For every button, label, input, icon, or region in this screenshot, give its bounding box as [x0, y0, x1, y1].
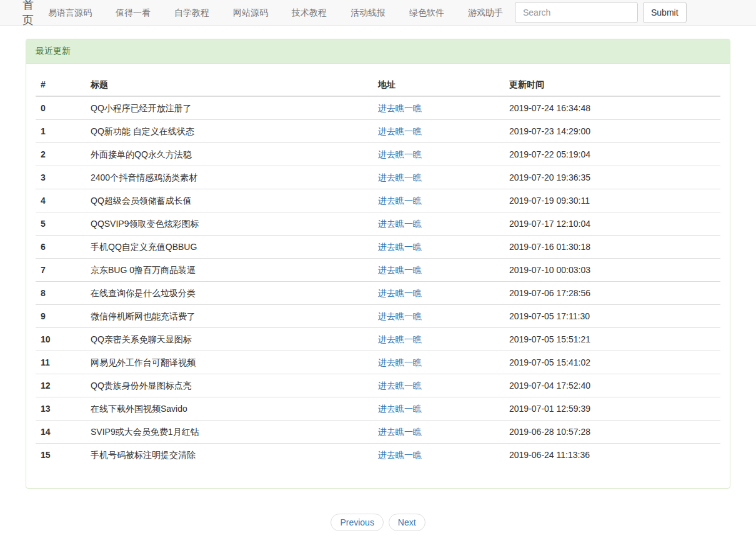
col-header-title: 标题	[86, 73, 373, 96]
row-visit-link[interactable]: 进去瞧一瞧	[378, 172, 422, 182]
row-title: SVIP9或大会员免费1月红钻	[86, 421, 373, 444]
row-index: 12	[36, 374, 86, 397]
row-visit-link[interactable]: 进去瞧一瞧	[378, 288, 422, 298]
row-index: 1	[36, 120, 86, 143]
row-index: 3	[36, 166, 86, 189]
nav-item[interactable]: 值得一看	[104, 0, 162, 26]
row-title: 京东BUG 0撸百万商品装逼	[86, 259, 373, 282]
row-visit-link[interactable]: 进去瞧一瞧	[378, 334, 422, 344]
row-visit-link[interactable]: 进去瞧一瞧	[378, 265, 422, 275]
table-row: 11 网易见外工作台可翻译视频 进去瞧一瞧 2019-07-05 15:41:0…	[36, 351, 720, 374]
main-content: 最近更新 # 标题 地址 更新时间 0 QQ小程序已经开放注	[26, 39, 730, 531]
row-title: 手机号码被标注明提交清除	[86, 444, 373, 467]
row-updated-time: 2019-07-05 15:51:21	[504, 328, 720, 351]
table-row: 6 手机QQ自定义充值QBBUG 进去瞧一瞧 2019-07-16 01:30:…	[36, 236, 720, 259]
row-visit-link[interactable]: 进去瞧一瞧	[378, 404, 422, 414]
row-index: 9	[36, 305, 86, 328]
row-updated-time: 2019-07-24 16:34:48	[504, 96, 720, 120]
next-button[interactable]: Next	[389, 514, 425, 531]
row-updated-time: 2019-07-19 09:30:11	[504, 189, 720, 212]
col-header-index: #	[36, 73, 86, 96]
row-updated-time: 2019-07-17 12:10:04	[504, 212, 720, 236]
previous-button[interactable]: Previous	[331, 514, 383, 531]
row-title: QQ亲密关系免聊天显图标	[86, 328, 373, 351]
nav-item[interactable]: 技术教程	[280, 0, 339, 26]
row-index: 14	[36, 421, 86, 444]
pager: Previous Next	[26, 514, 730, 531]
table-row: 7 京东BUG 0撸百万商品装逼 进去瞧一瞧 2019-07-10 00:03:…	[36, 259, 720, 282]
row-visit-link[interactable]: 进去瞧一瞧	[378, 149, 422, 159]
table-row: 2 外面接单的QQ永久方法稳 进去瞧一瞧 2019-07-22 05:19:04	[36, 143, 720, 166]
table-row: 1 QQ新功能 自定义在线状态 进去瞧一瞧 2019-07-23 14:29:0…	[36, 120, 720, 143]
table-row: 10 QQ亲密关系免聊天显图标 进去瞧一瞧 2019-07-05 15:51:2…	[36, 328, 720, 351]
row-index: 8	[36, 282, 86, 305]
row-title: QQ新功能 自定义在线状态	[86, 120, 373, 143]
nav-item[interactable]: 绿色软件	[397, 0, 456, 26]
table-row: 5 QQSVIP9领取变色炫彩图标 进去瞧一瞧 2019-07-17 12:10…	[36, 212, 720, 236]
panel-body: # 标题 地址 更新时间 0 QQ小程序已经开放注册了 进去瞧一瞧 2019-0…	[26, 64, 730, 488]
row-index: 11	[36, 351, 86, 374]
table-row: 0 QQ小程序已经开放注册了 进去瞧一瞧 2019-07-24 16:34:48	[36, 96, 720, 120]
row-title: QQSVIP9领取变色炫彩图标	[86, 212, 373, 236]
col-header-updated: 更新时间	[504, 73, 720, 96]
row-visit-link[interactable]: 进去瞧一瞧	[378, 196, 422, 206]
table-row: 12 QQ贵族身份外显图标点亮 进去瞧一瞧 2019-07-04 17:52:4…	[36, 374, 720, 397]
row-index: 7	[36, 259, 86, 282]
row-updated-time: 2019-07-05 17:11:30	[504, 305, 720, 328]
nav-item[interactable]: 易语言源码	[36, 0, 104, 26]
nav-item[interactable]: 游戏助手	[456, 0, 515, 26]
table-row: 14 SVIP9或大会员免费1月红钻 进去瞧一瞧 2019-06-28 10:5…	[36, 421, 720, 444]
row-updated-time: 2019-07-01 12:59:39	[504, 397, 720, 421]
row-updated-time: 2019-07-10 00:03:03	[504, 259, 720, 282]
row-visit-link[interactable]: 进去瞧一瞧	[378, 357, 422, 367]
row-visit-link[interactable]: 进去瞧一瞧	[378, 311, 422, 321]
nav-item[interactable]: 网站源码	[221, 0, 280, 26]
row-visit-link[interactable]: 进去瞧一瞧	[378, 450, 422, 460]
row-visit-link[interactable]: 进去瞧一瞧	[378, 427, 422, 437]
row-title: QQ超级会员领储蓄成长值	[86, 189, 373, 212]
row-index: 10	[36, 328, 86, 351]
row-visit-link[interactable]: 进去瞧一瞧	[378, 103, 422, 113]
row-title: 网易见外工作台可翻译视频	[86, 351, 373, 374]
row-title: 在线查询你是什么垃圾分类	[86, 282, 373, 305]
row-index: 4	[36, 189, 86, 212]
row-title: 手机QQ自定义充值QBBUG	[86, 236, 373, 259]
row-index: 5	[36, 212, 86, 236]
row-title: QQ贵族身份外显图标点亮	[86, 374, 373, 397]
search-form: Submit	[515, 2, 687, 23]
row-title: 外面接单的QQ永久方法稳	[86, 143, 373, 166]
row-index: 13	[36, 397, 86, 421]
row-visit-link[interactable]: 进去瞧一瞧	[378, 242, 422, 252]
row-updated-time: 2019-07-20 19:36:35	[504, 166, 720, 189]
row-title: 微信停机断网也能充话费了	[86, 305, 373, 328]
nav-item[interactable]: 活动线报	[339, 0, 397, 26]
row-updated-time: 2019-06-28 10:57:28	[504, 421, 720, 444]
row-updated-time: 2019-07-16 01:30:18	[504, 236, 720, 259]
row-updated-time: 2019-07-06 17:28:56	[504, 282, 720, 305]
recent-updates-panel: 最近更新 # 标题 地址 更新时间 0 QQ小程序已经开放注	[26, 39, 730, 489]
nav-menu: 易语言源码 值得一看 自学教程 网站源码 技术教程 活动线报 绿色软件 游戏助手	[36, 0, 515, 26]
home-brand-link[interactable]: 首页	[22, 0, 34, 27]
row-visit-link[interactable]: 进去瞧一瞧	[378, 126, 422, 136]
updates-table: # 标题 地址 更新时间 0 QQ小程序已经开放注册了 进去瞧一瞧 2019-0…	[36, 73, 720, 466]
row-updated-time: 2019-07-04 17:52:40	[504, 374, 720, 397]
table-row: 13 在线下载外国视频Savido 进去瞧一瞧 2019-07-01 12:59…	[36, 397, 720, 421]
submit-button[interactable]: Submit	[643, 2, 687, 23]
row-visit-link[interactable]: 进去瞧一瞧	[378, 381, 422, 391]
table-row: 4 QQ超级会员领储蓄成长值 进去瞧一瞧 2019-07-19 09:30:11	[36, 189, 720, 212]
row-index: 15	[36, 444, 86, 467]
table-body: 0 QQ小程序已经开放注册了 进去瞧一瞧 2019-07-24 16:34:48…	[36, 96, 720, 466]
panel-heading: 最近更新	[26, 39, 730, 64]
row-title: QQ小程序已经开放注册了	[86, 96, 373, 120]
row-updated-time: 2019-07-22 05:19:04	[504, 143, 720, 166]
row-updated-time: 2019-07-23 14:29:00	[504, 120, 720, 143]
nav-item[interactable]: 自学教程	[162, 0, 221, 26]
row-updated-time: 2019-06-24 11:13:36	[504, 444, 720, 467]
table-row: 3 2400个抖音情感鸡汤类素材 进去瞧一瞧 2019-07-20 19:36:…	[36, 166, 720, 189]
row-title: 在线下载外国视频Savido	[86, 397, 373, 421]
row-visit-link[interactable]: 进去瞧一瞧	[378, 219, 422, 229]
table-row: 15 手机号码被标注明提交清除 进去瞧一瞧 2019-06-24 11:13:3…	[36, 444, 720, 467]
row-title: 2400个抖音情感鸡汤类素材	[86, 166, 373, 189]
search-input[interactable]	[515, 2, 638, 23]
row-index: 2	[36, 143, 86, 166]
